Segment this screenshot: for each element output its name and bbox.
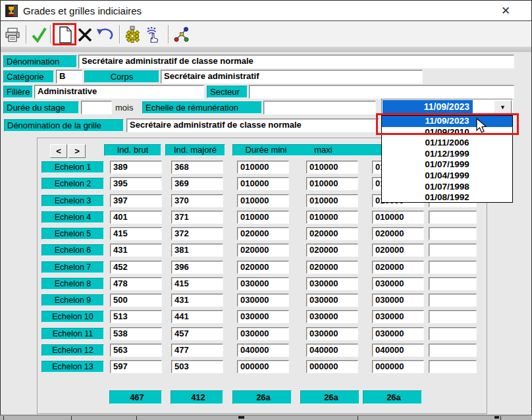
empty-field[interactable] bbox=[429, 277, 477, 290]
ind-majore-field[interactable]: 431 bbox=[171, 294, 223, 307]
empty-field[interactable] bbox=[429, 244, 477, 257]
settings-icon[interactable] bbox=[124, 26, 142, 44]
duree-maxi-field[interactable]: 030000 bbox=[306, 310, 358, 323]
ind-brut-field[interactable]: 500 bbox=[110, 294, 162, 307]
duree-maxi-field[interactable]: 020000 bbox=[306, 244, 358, 257]
ind-brut-field[interactable]: 415 bbox=[110, 227, 162, 240]
ind-brut-field[interactable]: 395 bbox=[110, 177, 162, 190]
duree-mini-field[interactable]: 020000 bbox=[237, 261, 289, 274]
extra-duree-field[interactable]: 010000 bbox=[372, 211, 424, 224]
empty-field[interactable] bbox=[429, 360, 477, 373]
previous-grid-button[interactable]: < bbox=[50, 144, 67, 158]
extra-duree-field[interactable]: 030000 bbox=[372, 277, 424, 290]
dropdown-option[interactable]: 01/12/1999 bbox=[382, 149, 512, 160]
close-icon[interactable]: ✕ bbox=[496, 4, 516, 18]
duree-maxi-field[interactable]: 030000 bbox=[306, 327, 358, 340]
dropdown-option[interactable]: 01/07/1998 bbox=[382, 182, 512, 193]
ind-majore-field[interactable]: 368 bbox=[171, 161, 223, 174]
denomination-grille-field[interactable]: Secrétaire administratif de classe norma… bbox=[126, 118, 379, 132]
dropdown-option[interactable]: 01/08/1992 bbox=[382, 192, 512, 203]
echelle-remuneration-field[interactable] bbox=[263, 101, 376, 115]
ind-majore-field[interactable]: 381 bbox=[171, 244, 223, 257]
empty-field[interactable] bbox=[429, 327, 477, 340]
duree-mini-field[interactable]: 020000 bbox=[237, 244, 289, 257]
ind-brut-field[interactable]: 563 bbox=[110, 344, 162, 357]
duree-maxi-field[interactable]: 020000 bbox=[306, 261, 358, 274]
ind-brut-field[interactable]: 431 bbox=[110, 244, 162, 257]
extra-duree-field[interactable]: 040000 bbox=[372, 344, 424, 357]
denomination-field[interactable]: Secrétaire administratif de classe norma… bbox=[78, 55, 514, 68]
ind-majore-field[interactable]: 371 bbox=[171, 211, 223, 224]
empty-field[interactable] bbox=[429, 310, 477, 323]
extra-duree-field[interactable]: 020000 bbox=[372, 244, 424, 257]
duree-maxi-field[interactable]: 010000 bbox=[306, 194, 358, 207]
dropdown-option[interactable]: 01/11/2006 bbox=[382, 138, 512, 149]
ind-majore-field[interactable]: 457 bbox=[171, 327, 223, 340]
printer-icon[interactable] bbox=[3, 26, 22, 44]
duree-maxi-field[interactable]: 030000 bbox=[306, 294, 358, 307]
date-combobox-selected-value[interactable]: 11/09/2023 bbox=[383, 100, 473, 114]
duree-mini-field[interactable]: 010000 bbox=[237, 161, 289, 174]
ind-brut-field[interactable]: 389 bbox=[110, 161, 162, 174]
secteur-field[interactable] bbox=[249, 85, 514, 99]
duree-mini-field[interactable]: 030000 bbox=[237, 310, 289, 323]
ind-majore-field[interactable]: 370 bbox=[171, 194, 223, 207]
ind-majore-field[interactable]: 441 bbox=[171, 310, 223, 323]
extra-duree-field[interactable]: 030000 bbox=[372, 310, 424, 323]
duree-maxi-field[interactable]: 010000 bbox=[306, 211, 358, 224]
categorie-field[interactable]: B bbox=[56, 70, 82, 84]
extra-duree-field[interactable]: 020000 bbox=[372, 227, 424, 240]
corps-field[interactable]: Secrétaire administratif bbox=[161, 70, 423, 84]
delete-icon[interactable] bbox=[76, 26, 94, 44]
duree-maxi-field[interactable]: 040000 bbox=[306, 344, 358, 357]
duree-maxi-field[interactable]: 010000 bbox=[306, 177, 358, 190]
ind-majore-field[interactable]: 477 bbox=[171, 344, 223, 357]
duree-mini-field[interactable]: 040000 bbox=[237, 344, 289, 357]
duree-maxi-field[interactable]: 030000 bbox=[306, 277, 358, 290]
ind-majore-field[interactable]: 396 bbox=[171, 261, 223, 274]
ind-majore-field[interactable]: 415 bbox=[171, 277, 223, 290]
ind-majore-field[interactable]: 372 bbox=[171, 227, 223, 240]
extra-duree-field[interactable]: 000000 bbox=[372, 360, 424, 373]
duree-mini-field[interactable]: 030000 bbox=[237, 294, 289, 307]
duree-maxi-field[interactable]: 010000 bbox=[306, 161, 358, 174]
chevron-down-icon[interactable]: ▼ bbox=[494, 100, 512, 114]
empty-field[interactable] bbox=[429, 211, 477, 224]
duree-mini-field[interactable]: 030000 bbox=[237, 327, 289, 340]
ind-majore-field[interactable]: 369 bbox=[171, 177, 223, 190]
next-grid-button[interactable]: > bbox=[68, 144, 86, 158]
duree-stage-field[interactable] bbox=[81, 101, 112, 115]
extra-duree-field[interactable]: 030000 bbox=[372, 294, 424, 307]
duree-stage-label: Durée du stage bbox=[3, 101, 79, 114]
remote-config-icon[interactable] bbox=[144, 26, 162, 44]
empty-field[interactable] bbox=[429, 344, 477, 357]
duree-mini-field[interactable]: 020000 bbox=[237, 227, 289, 240]
extra-duree-field[interactable]: 030000 bbox=[372, 327, 424, 340]
duree-mini-field[interactable]: 000000 bbox=[237, 360, 289, 373]
dropdown-option[interactable]: 01/04/1999 bbox=[382, 171, 512, 182]
duree-mini-field[interactable]: 010000 bbox=[237, 194, 289, 207]
ind-brut-field[interactable]: 452 bbox=[110, 261, 162, 274]
empty-field[interactable] bbox=[429, 261, 477, 274]
empty-field[interactable] bbox=[429, 294, 477, 307]
network-icon[interactable] bbox=[173, 26, 191, 44]
total-col5: 26a bbox=[363, 390, 422, 404]
validate-icon[interactable] bbox=[30, 26, 48, 44]
dropdown-option[interactable]: 01/07/1999 bbox=[382, 159, 512, 171]
undo-icon[interactable] bbox=[95, 26, 113, 44]
ind-brut-field[interactable]: 513 bbox=[110, 310, 162, 323]
ind-brut-field[interactable]: 538 bbox=[110, 327, 162, 340]
filiere-field[interactable]: Administrative bbox=[34, 85, 204, 99]
ind-brut-field[interactable]: 401 bbox=[110, 211, 162, 224]
empty-field[interactable] bbox=[429, 227, 477, 240]
ind-brut-field[interactable]: 597 bbox=[110, 360, 162, 373]
ind-majore-field[interactable]: 503 bbox=[171, 360, 223, 373]
ind-brut-field[interactable]: 478 bbox=[110, 277, 162, 290]
duree-mini-field[interactable]: 030000 bbox=[237, 277, 289, 290]
extra-duree-field[interactable]: 020000 bbox=[372, 261, 424, 274]
duree-maxi-field[interactable]: 000000 bbox=[306, 360, 358, 373]
duree-mini-field[interactable]: 010000 bbox=[237, 211, 289, 224]
duree-mini-field[interactable]: 010000 bbox=[237, 177, 289, 190]
ind-brut-field[interactable]: 397 bbox=[110, 194, 162, 207]
duree-maxi-field[interactable]: 020000 bbox=[306, 227, 358, 240]
